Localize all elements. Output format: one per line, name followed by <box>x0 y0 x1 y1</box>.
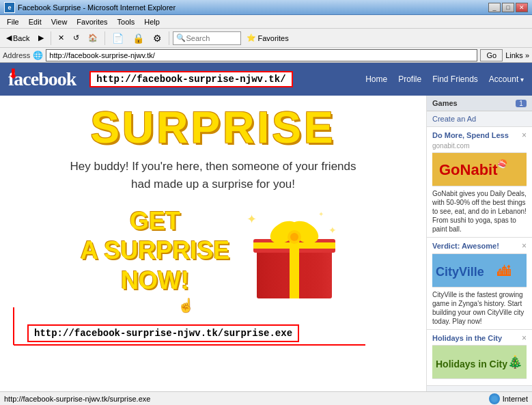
ad-image-3: Holidays in City 🎄 <box>432 345 527 379</box>
ad-domain-1: gonabit.com <box>432 142 527 150</box>
menu-file[interactable]: File <box>3 16 23 27</box>
ad-desc-2: CityVille is the fastest growing game in… <box>432 290 527 326</box>
svg-text:✦: ✦ <box>328 225 337 236</box>
ad-title-3[interactable]: Holidays in the City <box>432 333 502 343</box>
ad-close-2[interactable]: × <box>522 241 527 251</box>
address-input[interactable] <box>46 49 477 61</box>
tools-button[interactable]: ⚙ <box>150 31 165 46</box>
window-title: Facebook Surprise - Microsoft Internet E… <box>18 3 488 12</box>
surprise-title: SURPRISE <box>14 106 412 150</box>
ad-image-1: GoNabit 🍣 <box>432 152 527 186</box>
maximize-button[interactable]: □ <box>502 3 514 12</box>
menu-tools[interactable]: Tools <box>113 16 139 27</box>
get-surprise-area[interactable]: GET A SURPRISE NOW! <box>14 199 412 302</box>
ad-block-3: Holidays in the City × Holidays in City … <box>427 330 532 386</box>
nav-profile[interactable]: Profile <box>398 74 421 84</box>
internet-icon <box>489 393 500 404</box>
search-input[interactable] <box>186 34 234 42</box>
favorites-button[interactable]: ⭐ Favorites <box>243 31 292 46</box>
get-surprise-text[interactable]: GET A SURPRISE NOW! <box>81 206 230 295</box>
search-icon: 🔍 <box>176 33 186 42</box>
status-bar: http://facebook-surprise-njwv.tk/surpris… <box>0 391 532 405</box>
ad-title-row-3: Holidays in the City × <box>432 333 527 343</box>
fb-logo: facebook <box>8 68 76 90</box>
go-button[interactable]: Go <box>480 49 503 61</box>
ad-title-row-1: Do More, Spend Less × <box>432 130 527 140</box>
menu-bar: File Edit View Favorites Tools Help <box>0 15 532 29</box>
svg-text:🍣: 🍣 <box>497 158 507 169</box>
back-button[interactable]: ◀ ◀ Back Back <box>3 31 33 46</box>
sidebar-games-header: Games 1 <box>427 96 532 111</box>
svg-text:🎄: 🎄 <box>507 354 523 369</box>
app-icon: e <box>4 2 15 13</box>
address-bar: Address 🌐 Go Links » <box>0 48 532 63</box>
menu-favorites[interactable]: Favorites <box>72 16 111 27</box>
status-url: http://facebook-surprise-njwv.tk/surpris… <box>4 395 484 403</box>
ad-title-1[interactable]: Do More, Spend Less <box>432 130 509 140</box>
back-icon: ◀ <box>6 33 12 42</box>
ad-image-2: CityVille 🏙 <box>432 253 527 288</box>
forward-button[interactable]: ▶ <box>35 31 47 46</box>
fb-url-box: http://facebook-surprise-njwv.tk/ <box>89 71 292 87</box>
buddy-text: Hey buddy! If you're here, then someone … <box>14 158 412 193</box>
games-label: Games <box>432 99 458 107</box>
ad-image-svg-1: GoNabit 🍣 <box>432 153 527 186</box>
create-ad-link[interactable]: Create an Ad <box>427 111 532 127</box>
status-zone: Internet <box>489 393 528 404</box>
ad-close-1[interactable]: × <box>522 130 527 140</box>
annotation-bracket <box>10 307 24 348</box>
fb-header: facebook ⬇ http://facebook-surprise-njwv… <box>0 63 532 96</box>
title-bar: e Facebook Surprise - Microsoft Internet… <box>0 0 532 15</box>
separator-3 <box>169 31 169 45</box>
svg-point-8 <box>290 233 298 241</box>
home-button[interactable]: 🏠 <box>85 31 101 46</box>
ad-image-svg-2: CityVille 🏙 <box>432 254 527 287</box>
gift-box[interactable]: ✦ ✦ ✦ <box>243 199 346 302</box>
ad-image-svg-3: Holidays in City 🎄 <box>432 346 527 378</box>
menu-view[interactable]: View <box>47 16 72 27</box>
stop-button[interactable]: ✕ <box>55 31 68 46</box>
ad-desc-1: GoNabit gives you Daily Deals, with 50-9… <box>432 189 527 234</box>
nav-account[interactable]: Account <box>489 74 524 84</box>
svg-text:🏙: 🏙 <box>497 264 511 279</box>
status-zone-label: Internet <box>503 395 528 403</box>
bottom-url-container: http://facebook-surprise-njwv.tk/surpris… <box>14 318 412 349</box>
ad-title-row-2: Verdict: Awesome! × <box>432 241 527 251</box>
page-button[interactable]: 📄 <box>109 31 127 46</box>
close-button[interactable]: ✕ <box>516 3 528 12</box>
bottom-url-box: http://facebook-surprise-njwv.tk/surpris… <box>27 324 299 342</box>
svg-text:✦: ✦ <box>247 212 257 226</box>
window-controls: _ □ ✕ <box>488 3 528 12</box>
menu-edit[interactable]: Edit <box>25 16 46 27</box>
links-label[interactable]: Links » <box>505 51 529 59</box>
nav-home[interactable]: Home <box>365 74 387 84</box>
ad-close-3[interactable]: × <box>522 333 527 343</box>
cursor-icon: ☝ <box>178 298 195 313</box>
phish-area: SURPRISE Hey buddy! If you're here, then… <box>0 96 426 391</box>
sidebar: Games 1 Create an Ad Do More, Spend Less… <box>426 96 532 391</box>
cursor-area: ☝ <box>0 295 412 314</box>
svg-text:GoNabit: GoNabit <box>439 161 498 178</box>
ad-block-2: Verdict: Awesome! × CityVille 🏙 CityVill… <box>427 238 532 329</box>
toolbar: ◀ ◀ Back Back ▶ ✕ ↺ 🏠 📄 🔒 ⚙ 🔍 ⭐ Favorite… <box>0 29 532 48</box>
refresh-button[interactable]: ↺ <box>70 31 83 46</box>
ad-title-2[interactable]: Verdict: Awesome! <box>432 241 499 251</box>
minimize-button[interactable]: _ <box>488 3 501 12</box>
svg-text:CityVille: CityVille <box>436 265 484 279</box>
svg-text:Holidays in City: Holidays in City <box>436 359 507 369</box>
ad-block-1: Do More, Spend Less × gonabit.com GoNabi… <box>427 127 532 238</box>
gift-svg: ✦ ✦ ✦ <box>243 199 346 302</box>
fb-nav: Home Profile Find Friends Account <box>365 74 524 84</box>
search-box[interactable]: 🔍 <box>173 31 241 45</box>
safety-button[interactable]: 🔒 <box>129 31 148 46</box>
separator-2 <box>104 31 105 45</box>
address-icon: 🌐 <box>33 51 43 60</box>
separator-1 <box>51 31 51 45</box>
svg-text:✦: ✦ <box>318 210 324 218</box>
address-label: Address <box>3 51 30 59</box>
nav-find-friends[interactable]: Find Friends <box>432 74 478 84</box>
menu-help[interactable]: Help <box>140 16 164 27</box>
games-count: 1 <box>516 100 527 107</box>
main-content: SURPRISE Hey buddy! If you're here, then… <box>0 96 532 391</box>
